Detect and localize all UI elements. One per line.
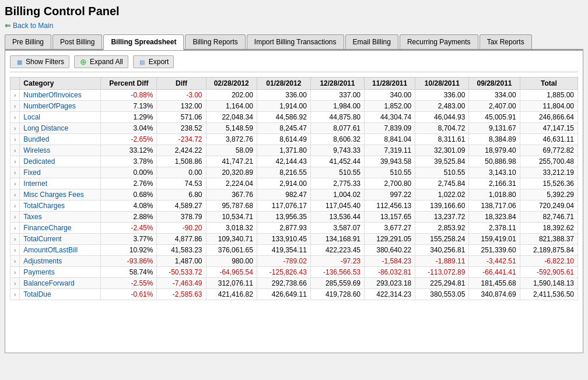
row-category-16: Payments	[20, 267, 101, 278]
show-filters-button[interactable]: ▦ Show Filters	[10, 55, 69, 68]
row-expand-18[interactable]: ›	[10, 289, 20, 300]
row-d5-13: 155,258.24	[415, 234, 469, 245]
row-expand-3[interactable]: ›	[10, 123, 20, 134]
row-d6-7: 3,143.10	[469, 167, 520, 178]
table-row: › Taxes 2.88% 378.79 10,534.71 13,956.35…	[10, 212, 578, 223]
row-d4-2: 44,304.74	[364, 112, 415, 123]
row-expand-2[interactable]: ›	[10, 112, 20, 123]
row-d2-5: 1,371.80	[257, 145, 310, 156]
tab-billing-reports[interactable]: Billing Reports	[185, 34, 245, 49]
row-d3-2: 44,875.80	[310, 112, 364, 123]
row-total-13: 821,388.37	[520, 234, 578, 245]
row-d1-4: 3,872.76	[206, 134, 257, 145]
tab-post-billing[interactable]: Post Billing	[52, 34, 102, 49]
tab-pre-billing[interactable]: Pre Billing	[5, 34, 51, 49]
row-d3-1: 1,984.00	[310, 101, 364, 112]
row-d2-9: 982.47	[257, 189, 310, 200]
row-d2-13: 133,910.45	[257, 234, 310, 245]
row-expand-5[interactable]: ›	[10, 145, 20, 156]
row-expand-15[interactable]: ›	[10, 256, 20, 267]
col-percent-diff: Percent Diff	[101, 78, 157, 90]
page-title: Billing Control Panel	[5, 5, 583, 18]
tab-recurring-payments[interactable]: Recurring Payments	[400, 34, 478, 49]
row-expand-6[interactable]: ›	[10, 156, 20, 167]
row-pct-diff-7: 0.00%	[101, 167, 157, 178]
table-row: › Long Distance 3.04% 238.52 5,148.59 8,…	[10, 123, 578, 134]
row-d6-17: 181,455.68	[469, 278, 520, 289]
row-d6-15: -3,442.51	[469, 256, 520, 267]
row-d1-18: 421,416.82	[206, 289, 257, 300]
row-pct-diff-14: 10.92%	[101, 245, 157, 256]
tab-tax-reports[interactable]: Tax Reports	[480, 34, 532, 49]
row-pct-diff-8: 2.76%	[101, 178, 157, 189]
row-d6-9: 1,018.80	[469, 189, 520, 200]
row-d3-11: 13,536.44	[310, 212, 364, 223]
table-row: › Bundled -2.65% -234.72 3,872.76 8,614.…	[10, 134, 578, 145]
row-diff-9: 6.80	[157, 189, 206, 200]
expand-all-button[interactable]: ⊕ Expand All	[74, 55, 128, 68]
row-d3-4: 8,606.32	[310, 134, 364, 145]
row-d2-3: 8,245.47	[257, 123, 310, 134]
row-d3-12: 3,587.07	[310, 223, 364, 234]
row-total-2: 246,866.64	[520, 112, 578, 123]
row-expand-8[interactable]: ›	[10, 178, 20, 189]
row-total-4: 46,631.11	[520, 134, 578, 145]
row-expand-11[interactable]: ›	[10, 212, 20, 223]
row-d1-9: 367.76	[206, 189, 257, 200]
row-d4-16: -86,032.81	[364, 267, 415, 278]
row-d2-18: 426,649.11	[257, 289, 310, 300]
row-d3-10: 117,045.40	[310, 200, 364, 212]
row-pct-diff-0: -0.88%	[101, 90, 157, 101]
row-d4-10: 112,456.13	[364, 200, 415, 212]
tab-email-billing[interactable]: Email Billing	[345, 34, 398, 49]
table-row: › FinanceCharge -2.45% -90.20 3,018.32 2…	[10, 223, 578, 234]
row-diff-18: -2,585.63	[157, 289, 206, 300]
row-d1-7: 20,320.89	[206, 167, 257, 178]
row-expand-4[interactable]: ›	[10, 134, 20, 145]
row-expand-17[interactable]: ›	[10, 278, 20, 289]
row-d4-6: 39,943.58	[364, 156, 415, 167]
tab-billing-spreadsheet[interactable]: Billing Spreadsheet	[103, 34, 184, 50]
row-expand-14[interactable]: ›	[10, 245, 20, 256]
row-d5-3: 8,704.72	[415, 123, 469, 134]
row-diff-2: 571.06	[157, 112, 206, 123]
row-d6-16: -66,441.41	[469, 267, 520, 278]
row-d4-18: 422,314.23	[364, 289, 415, 300]
row-d4-3: 7,839.09	[364, 123, 415, 134]
row-d2-4: 8,614.49	[257, 134, 310, 145]
row-d2-7: 8,216.55	[257, 167, 310, 178]
row-d1-12: 3,018.32	[206, 223, 257, 234]
row-category-6: Dedicated	[20, 156, 101, 167]
row-d2-0: 336.00	[257, 90, 310, 101]
row-total-12: 18,392.62	[520, 223, 578, 234]
back-arrow-icon: ⇐	[5, 22, 10, 30]
back-to-main-link[interactable]: ⇐ Back to Main	[5, 22, 583, 30]
row-expand-13[interactable]: ›	[10, 234, 20, 245]
row-d5-1: 2,483.00	[415, 101, 469, 112]
row-d5-0: 336.00	[415, 90, 469, 101]
row-total-15: -6,822.10	[520, 256, 578, 267]
row-d4-13: 129,291.05	[364, 234, 415, 245]
row-diff-12: -90.20	[157, 223, 206, 234]
row-d6-1: 2,407.00	[469, 101, 520, 112]
tab-import-billing[interactable]: Import Billing Transactions	[247, 34, 344, 49]
row-expand-10[interactable]: ›	[10, 200, 20, 212]
table-row: › NumberOfPages 7.13% 132.00 1,164.00 1,…	[10, 101, 578, 112]
table-row: › Dedicated 3.78% 1,508.86 41,747.21 42,…	[10, 156, 578, 167]
row-d5-7: 510.55	[415, 167, 469, 178]
row-expand-16[interactable]: ›	[10, 267, 20, 278]
row-diff-16: -50,533.72	[157, 267, 206, 278]
export-button[interactable]: ▤ Export	[133, 55, 174, 68]
tabs-bar: Pre BillingPost BillingBilling Spreadshe…	[5, 34, 583, 50]
row-d6-4: 8,384.89	[469, 134, 520, 145]
row-expand-0[interactable]: ›	[10, 90, 20, 101]
row-expand-9[interactable]: ›	[10, 189, 20, 200]
row-diff-7: 0.00	[157, 167, 206, 178]
row-expand-7[interactable]: ›	[10, 167, 20, 178]
row-d2-10: 117,076.17	[257, 200, 310, 212]
row-expand-12[interactable]: ›	[10, 223, 20, 234]
row-expand-1[interactable]: ›	[10, 101, 20, 112]
row-d6-14: 251,339.60	[469, 245, 520, 256]
row-category-2: Local	[20, 112, 101, 123]
row-pct-diff-5: 33.12%	[101, 145, 157, 156]
